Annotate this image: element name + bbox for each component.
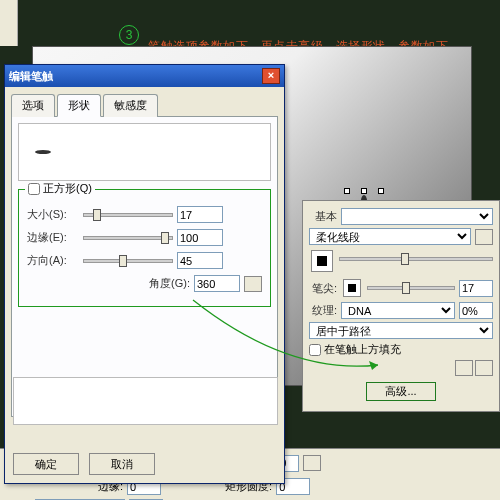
brush-docker: 基本 柔化线段 笔尖: 纹理: DNA 居中于路径 在笔触上方填充 高级... bbox=[302, 200, 500, 412]
square-label: 正方形(Q) bbox=[43, 181, 92, 196]
tip-slider-thumb[interactable] bbox=[401, 253, 409, 265]
size-input[interactable] bbox=[177, 206, 223, 223]
dialog-title: 编辑笔触 bbox=[9, 69, 53, 84]
advanced-button[interactable]: 高级... bbox=[366, 382, 436, 401]
tip-preview[interactable] bbox=[343, 279, 361, 297]
aspect-input[interactable] bbox=[177, 252, 223, 269]
tip-size-slider-thumb[interactable] bbox=[402, 282, 410, 294]
cancel-button[interactable]: 取消 bbox=[89, 453, 155, 475]
center-path-select[interactable]: 居中于路径 bbox=[309, 322, 493, 339]
size-label: 大小(S): bbox=[27, 207, 79, 222]
edit-stroke-dialog: 编辑笔触 × 选项 形状 敏感度 正方形(Q) 大小(S): 边缘(E): bbox=[4, 64, 285, 484]
tab-options[interactable]: 选项 bbox=[11, 94, 55, 117]
ok-button[interactable]: 确定 bbox=[13, 453, 79, 475]
fill-above-checkbox[interactable] bbox=[309, 344, 321, 356]
tab-sensitivity[interactable]: 敏感度 bbox=[103, 94, 158, 117]
angle-label: 角度(G): bbox=[149, 276, 190, 291]
dialog-tabs: 选项 形状 敏感度 bbox=[11, 93, 278, 117]
texture-label: 纹理: bbox=[309, 303, 337, 318]
softline-select[interactable]: 柔化线段 bbox=[309, 228, 471, 245]
dock-tool-2[interactable] bbox=[475, 360, 493, 376]
angle-input[interactable] bbox=[194, 275, 240, 292]
texture-pct-input[interactable] bbox=[459, 302, 493, 319]
close-icon[interactable]: × bbox=[262, 68, 280, 84]
shape-group: 正方形(Q) 大小(S): 边缘(E): 方向(A): 角度(G): bbox=[18, 189, 271, 307]
step-badge: 3 bbox=[119, 25, 139, 45]
app-left-strip bbox=[0, 0, 18, 46]
angle-spin-button[interactable] bbox=[244, 276, 262, 292]
square-checkbox[interactable] bbox=[28, 183, 40, 195]
size-slider-thumb[interactable] bbox=[93, 209, 101, 221]
texture-select[interactable]: DNA bbox=[341, 302, 455, 319]
basic-select[interactable] bbox=[341, 208, 493, 225]
aspect-slider-thumb[interactable] bbox=[119, 255, 127, 267]
aspect-label: 方向(A): bbox=[27, 253, 79, 268]
edge-input[interactable] bbox=[177, 229, 223, 246]
tab-pane: 正方形(Q) 大小(S): 边缘(E): 方向(A): 角度(G): bbox=[11, 117, 278, 417]
fill-above-label: 在笔触上方填充 bbox=[324, 342, 401, 357]
basic-label: 基本 bbox=[309, 209, 337, 224]
tab-shape[interactable]: 形状 bbox=[57, 94, 101, 117]
edge-slider-thumb[interactable] bbox=[161, 232, 169, 244]
dialog-lower-box bbox=[13, 377, 278, 425]
bbar-amount-btn[interactable] bbox=[303, 455, 321, 471]
dock-tool-1[interactable] bbox=[455, 360, 473, 376]
softline-extra-button[interactable] bbox=[475, 229, 493, 245]
stroke-preview bbox=[18, 123, 271, 181]
tip-swatch[interactable] bbox=[311, 250, 333, 272]
edge-label: 边缘(E): bbox=[27, 230, 79, 245]
tip-label: 笔尖: bbox=[309, 281, 337, 296]
dialog-buttons: 确定 取消 bbox=[5, 445, 284, 483]
tip-size-input[interactable] bbox=[459, 280, 493, 297]
dialog-titlebar[interactable]: 编辑笔触 × bbox=[5, 65, 284, 87]
